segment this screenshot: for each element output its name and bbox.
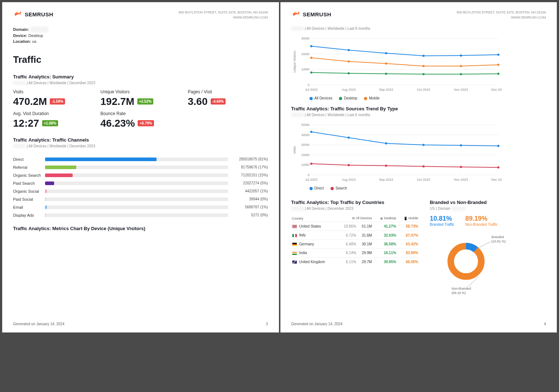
page-footer: Generated on January 14, 2024 3 [13, 315, 268, 326]
page-title: Traffic [13, 54, 268, 65]
branded-subtitle: US Domain xxxxxxx [430, 207, 546, 211]
desktop-icon: 🖥 [380, 217, 383, 220]
svg-text:Sep 2023: Sep 2023 [379, 178, 393, 181]
svg-text:0: 0 [307, 173, 309, 177]
sources-chart: Visits0100M200M300M400M500MJul 2023Aug 2… [291, 121, 546, 190]
mobile-icon: 📱 [404, 217, 408, 220]
svg-line-67 [477, 241, 491, 249]
svg-point-19 [385, 52, 387, 54]
table-row: United States 10.86% 51.1M 41.27% 58.73% [291, 222, 419, 231]
header-address: 800 BOYLSTON STREET, SUITE 2475, BOSTON,… [457, 10, 546, 20]
kpi-grid: Visits 470.2M-1.59% Unique Visitors 192.… [13, 89, 268, 129]
report-meta: Domain: xxxxxxxxx Device: Desktop Locati… [13, 26, 268, 45]
flag-icon [292, 260, 297, 264]
svg-point-32 [422, 65, 425, 67]
channel-row: Direct 285018075 (61%) [13, 155, 268, 163]
svg-point-18 [348, 49, 350, 51]
svg-text:Visits: Visits [293, 146, 296, 154]
svg-point-24 [348, 72, 350, 74]
sources-title: Traffic Analytics: Traffic Sources Trend… [291, 106, 546, 111]
chart1-subtitle: xxxxxxx All Devices Worldwide Last 6 mon… [291, 26, 546, 30]
all-devices-icon: ⧉ [352, 216, 355, 220]
channel-row: Display Ads 5272 (0%) [13, 211, 268, 219]
svg-point-59 [497, 145, 499, 147]
table-row: India 6.14% 28.9M 16.11% 83.89% [291, 249, 419, 257]
branded-donut: Branded(10.81 %) Non-Branded(89.19 %) [437, 232, 510, 294]
chart2-legend: Direct Search [309, 186, 546, 190]
summary-subtitle: xxxxxxx All Devices Worldwide December 2… [13, 81, 268, 85]
svg-text:Unique Visitors: Unique Visitors [293, 50, 296, 73]
channel-row: Referral 81759676 (17%) [13, 163, 268, 171]
svg-point-25 [385, 73, 387, 75]
page-header: SEMRUSH 800 BOYLSTON STREET, SUITE 2475,… [291, 10, 546, 20]
svg-point-56 [385, 142, 387, 144]
svg-point-54 [310, 131, 312, 133]
channel-row: Organic Search 71202151 (15%) [13, 171, 268, 179]
flag-icon [292, 252, 297, 255]
channels-subtitle: xxxxxxx All Devices Worldwide December 2… [13, 144, 268, 148]
channel-row: Email 5688787 (1%) [13, 203, 268, 211]
table-row: Italy 6.72% 31.6M 32.93% 67.07% [291, 231, 419, 240]
svg-point-22 [497, 54, 499, 56]
svg-text:200M: 200M [301, 52, 309, 56]
svg-text:Nov 2023: Nov 2023 [454, 178, 468, 181]
svg-text:300M: 300M [301, 143, 309, 147]
channels-title: Traffic Analytics: Traffic Channels [13, 137, 268, 143]
svg-point-64 [460, 166, 462, 168]
table-row: Germany 6.40% 30.1M 36.58% 63.42% [291, 240, 419, 248]
logo-text: SEMRUSH [25, 11, 53, 17]
svg-point-0 [20, 12, 21, 13]
chart1-legend: All Devices Desktop Mobile [309, 96, 546, 100]
table-row: United Kingdom 6.11% 28.7M 39.95% 60.05% [291, 257, 419, 266]
svg-point-21 [460, 54, 462, 57]
flag-icon [292, 242, 297, 246]
svg-text:Nov 2023: Nov 2023 [454, 88, 468, 91]
svg-text:Oct 2023: Oct 2023 [417, 88, 430, 91]
svg-text:Sep 2023: Sep 2023 [379, 88, 393, 91]
svg-point-62 [385, 165, 387, 167]
sources-subtitle: xxxxxxx All Devices Worldwide Last 6 mon… [291, 113, 546, 117]
kpi-visits: Visits 470.2M-1.59% [13, 89, 93, 107]
svg-point-33 [460, 65, 462, 67]
svg-point-60 [310, 163, 312, 165]
svg-point-27 [460, 73, 462, 75]
svg-point-26 [422, 73, 425, 75]
svg-point-65 [497, 166, 499, 168]
logo: SEMRUSH [291, 10, 332, 18]
page-header: SEMRUSH 800 BOYLSTON STREET, SUITE 2475,… [13, 10, 268, 20]
kpi-ppv: Pages / Visit 3.60-4.69% [188, 89, 268, 107]
flag-icon [292, 225, 297, 228]
svg-point-66 [451, 246, 481, 277]
page-footer: Generated on January 14, 2024 4 [291, 315, 546, 326]
svg-point-29 [310, 57, 312, 59]
flag-icon [292, 234, 297, 237]
svg-point-31 [385, 62, 387, 65]
countries-title: Traffic Analytics: Top Traffic by Countr… [291, 200, 419, 205]
page-3: SEMRUSH 800 BOYLSTON STREET, SUITE 2475,… [2, 2, 279, 332]
svg-text:200M: 200M [301, 153, 309, 157]
generated-date: Generated on January 14, 2024 [291, 322, 343, 326]
svg-text:Aug 2023: Aug 2023 [341, 88, 356, 91]
generated-date: Generated on January 14, 2024 [13, 322, 64, 326]
svg-point-63 [422, 166, 425, 168]
logo-icon [291, 10, 301, 18]
page-number: 4 [544, 322, 546, 326]
summary-title: Traffic Analytics: Summary [13, 74, 268, 79]
svg-point-28 [497, 73, 499, 75]
svg-point-58 [460, 144, 462, 147]
branded-numbers: 10.81% Branded Traffic 89.19% Non-Brande… [430, 215, 546, 226]
unique-visitors-chart: Unique Visitors0100M200M300MJul 2023Aug … [291, 35, 546, 100]
logo-text: SEMRUSH [303, 11, 332, 17]
page-4: SEMRUSH 800 BOYLSTON STREET, SUITE 2475,… [280, 2, 557, 332]
channel-row: Paid Search 22027274 (5%) [13, 179, 268, 187]
svg-point-57 [422, 144, 425, 146]
svg-point-23 [310, 72, 312, 74]
header-address: 800 BOYLSTON STREET, SUITE 2475, BOSTON,… [179, 10, 268, 20]
svg-point-20 [422, 55, 425, 57]
kpi-uniques: Unique Visitors 192.7M+2.52% [101, 89, 181, 107]
branded-title: Branded vs Non-Branded [430, 200, 546, 205]
svg-text:0: 0 [307, 83, 309, 87]
channel-row: Paid Social 39844 (0%) [13, 195, 268, 203]
svg-point-55 [348, 136, 350, 139]
svg-text:100M: 100M [301, 68, 309, 71]
